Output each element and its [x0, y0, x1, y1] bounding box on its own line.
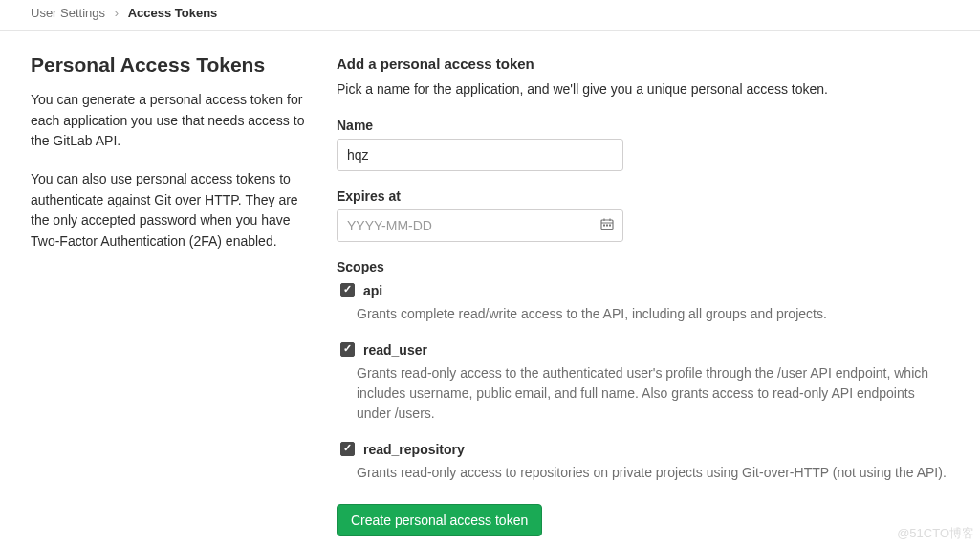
chevron-right-icon: ›	[115, 6, 119, 20]
scope-label-api: api	[363, 283, 382, 298]
scope-item-read-user: read_user Grants read-only access to the…	[337, 339, 949, 424]
form-panel: Add a personal access token Pick a name …	[337, 50, 949, 546]
name-label: Name	[337, 118, 949, 133]
scopes-label: Scopes	[337, 259, 949, 274]
sidebar-description: Personal Access Tokens You can generate …	[31, 50, 317, 546]
name-input[interactable]	[337, 139, 623, 171]
breadcrumb: User Settings › Access Tokens	[0, 0, 980, 31]
scope-desc-api: Grants complete read/write access to the…	[357, 304, 949, 324]
breadcrumb-parent[interactable]: User Settings	[31, 6, 105, 20]
scope-checkbox-read-user[interactable]	[340, 342, 355, 357]
scope-checkbox-read-repository[interactable]	[340, 442, 355, 456]
expires-label: Expires at	[337, 188, 949, 204]
scope-desc-read-repository: Grants read-only access to repositories …	[357, 463, 949, 483]
scope-item-read-repository: read_repository Grants read-only access …	[337, 439, 949, 483]
scope-label-read-repository: read_repository	[363, 442, 465, 457]
expires-input[interactable]	[337, 209, 623, 242]
scope-desc-read-user: Grants read-only access to the authentic…	[357, 363, 949, 424]
create-token-button[interactable]: Create personal access token	[337, 504, 542, 536]
scope-checkbox-api[interactable]	[340, 283, 355, 297]
scope-item-api: api Grants complete read/write access to…	[337, 280, 949, 324]
form-heading: Add a personal access token	[337, 55, 949, 72]
breadcrumb-current: Access Tokens	[128, 6, 218, 20]
sidebar-para-2: You can also use personal access tokens …	[31, 169, 317, 252]
sidebar-para-1: You can generate a personal access token…	[31, 90, 317, 152]
form-intro: Pick a name for the application, and we'…	[337, 81, 949, 97]
scope-label-read-user: read_user	[363, 342, 427, 358]
page-title: Personal Access Tokens	[31, 54, 317, 76]
